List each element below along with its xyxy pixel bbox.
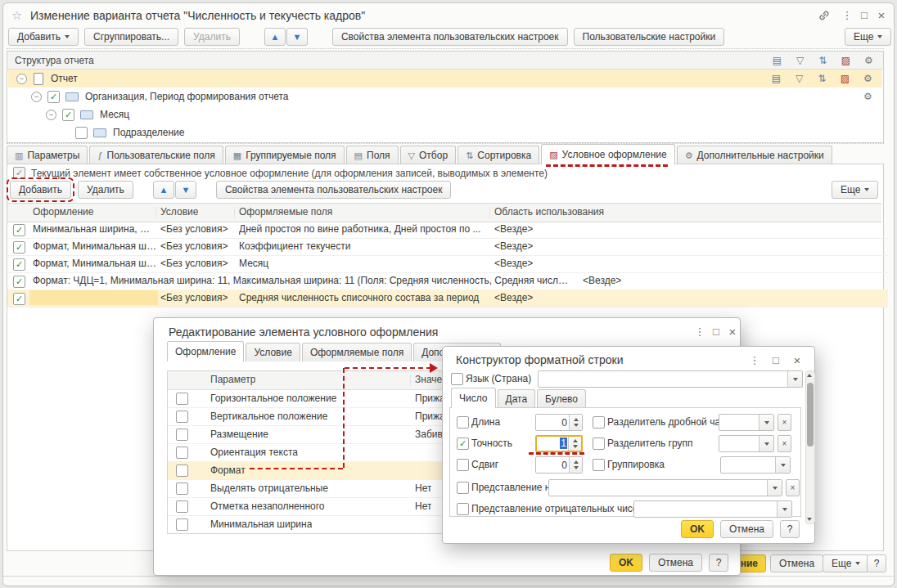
close-icon[interactable]: × <box>790 352 805 367</box>
column-header[interactable]: Оформляемые поля <box>239 206 332 218</box>
maximize-icon[interactable]: □ <box>769 352 783 367</box>
tab-number[interactable]: Число <box>451 388 496 408</box>
tab-filter[interactable]: ▽ Отбор <box>400 146 457 164</box>
dropdown-button[interactable] <box>775 457 790 473</box>
formatting-row-selected[interactable]: ✓ <Без условия> Средняя численность спис… <box>7 290 888 307</box>
more-button-conditional[interactable]: Еще <box>832 181 878 199</box>
user-settings-button[interactable]: Пользовательские настройки <box>574 28 725 46</box>
active-edit-cell[interactable] <box>29 290 158 305</box>
splitter[interactable] <box>7 143 884 144</box>
cancel-button[interactable]: Отмена <box>720 520 773 538</box>
move-down-button[interactable]: ▼ <box>175 181 196 199</box>
add-button[interactable]: Добавить <box>8 28 79 46</box>
tree-row-report[interactable]: − Отчет ▤ ▽ ⇅ ▨ ⚙ <box>8 70 882 88</box>
dropdown-button[interactable] <box>759 415 773 430</box>
language-input[interactable] <box>538 370 803 388</box>
more-button-main[interactable]: Еще <box>845 28 891 46</box>
language-checkbox[interactable]: ✓ <box>451 373 463 385</box>
tab-condition[interactable]: Условие <box>246 343 300 361</box>
dialog-scrollbar[interactable] <box>805 370 815 524</box>
dropdown-button[interactable] <box>767 480 782 496</box>
add-formatting-button[interactable]: Добавить <box>10 181 71 199</box>
dialog-menu-icon[interactable]: ⋮ <box>747 352 762 367</box>
formatting-row[interactable]: ✓ Формат, Минимальная ширина, Ма... <Без… <box>7 238 888 256</box>
scroll-up-icon[interactable] <box>807 374 812 377</box>
tab-date[interactable]: Дата <box>498 389 536 408</box>
tree-row-month[interactable]: − ✓ Месяц <box>8 105 882 123</box>
zero-representation-checkbox[interactable]: ✓ <box>457 482 469 494</box>
row-checkbox[interactable]: ✓ <box>13 276 25 288</box>
fraction-separator-input[interactable] <box>719 414 774 431</box>
delete-button[interactable]: Удалить <box>184 28 240 46</box>
shift-checkbox[interactable]: ✓ <box>457 459 469 471</box>
help-button-main[interactable]: ? <box>867 554 886 572</box>
close-icon[interactable]: × <box>725 324 740 339</box>
column-header[interactable]: Условие <box>160 206 198 218</box>
get-link-icon[interactable] <box>817 8 832 23</box>
param-checkbox[interactable]: ✓ <box>176 483 188 495</box>
length-checkbox[interactable]: ✓ <box>457 416 469 429</box>
move-down-button[interactable]: ▼ <box>286 28 308 46</box>
negative-representation-input[interactable] <box>633 500 792 518</box>
row-checkbox[interactable]: ✓ <box>13 224 25 236</box>
tab-user-fields[interactable]: ƒ Пользовательские поля <box>89 146 223 164</box>
cancel-button-main[interactable]: Отмена <box>770 554 823 572</box>
precision-spinner[interactable] <box>568 437 581 451</box>
param-checkbox[interactable]: ✓ <box>176 500 188 513</box>
conditional-appearance-icon[interactable]: ▨ <box>838 54 854 67</box>
scroll-down-icon[interactable] <box>807 518 812 521</box>
move-up-button[interactable]: ▲ <box>264 28 286 46</box>
tree-row-checkbox[interactable]: ✓ <box>47 91 60 103</box>
group-button[interactable]: Сгруппировать... <box>84 28 178 46</box>
param-checkbox[interactable]: ✓ <box>176 429 188 441</box>
dialog-menu-icon[interactable]: ⋮ <box>692 324 707 339</box>
group-separator-input[interactable] <box>719 435 774 452</box>
dropdown-button[interactable] <box>759 436 773 451</box>
zero-representation-input[interactable] <box>548 479 782 496</box>
shift-spinner[interactable] <box>569 457 582 473</box>
param-checkbox[interactable]: ✓ <box>176 447 188 459</box>
help-button[interactable]: ? <box>709 554 728 572</box>
favorite-star-icon[interactable]: ☆ <box>11 8 22 23</box>
settings-icon[interactable]: ⚙ <box>860 72 876 85</box>
dropdown-button[interactable] <box>777 501 791 517</box>
settings-icon[interactable]: ⚙ <box>860 90 876 103</box>
tab-conditional-appearance[interactable]: ▨ Условное оформление <box>541 144 675 164</box>
grouping-checkbox[interactable]: ✓ <box>593 459 605 471</box>
tree-row-grouping[interactable]: − ✓ Организация, Период формирования отч… <box>8 88 882 105</box>
tree-row-checkbox[interactable]: ✓ <box>75 127 88 139</box>
length-spinner[interactable] <box>569 415 582 430</box>
conditional-appearance-icon[interactable]: ▨ <box>837 72 853 85</box>
maximize-icon[interactable]: □ <box>857 7 872 22</box>
collapse-icon[interactable]: − <box>16 74 27 84</box>
row-checkbox[interactable]: ✓ <box>13 293 25 305</box>
clear-button[interactable]: × <box>778 435 791 452</box>
ok-button[interactable]: OK <box>681 520 714 538</box>
move-up-button[interactable]: ▲ <box>153 181 174 199</box>
formatting-row[interactable]: ✓ Формат: ЧДЦ=1, Минимальная ширина: 11,… <box>7 272 888 290</box>
scrollbar-thumb[interactable] <box>807 383 814 447</box>
sort-icon[interactable]: ⇅ <box>814 72 830 85</box>
fraction-separator-checkbox[interactable]: ✓ <box>593 416 605 429</box>
row-checkbox[interactable]: ✓ <box>13 258 25 271</box>
element-properties-button[interactable]: Свойства элемента пользовательских настр… <box>332 28 568 46</box>
tab-formatted-fields[interactable]: Оформляемые поля <box>302 343 412 361</box>
more-button-bottom[interactable]: Еще <box>823 554 869 572</box>
param-checkbox[interactable]: ✓ <box>176 465 188 477</box>
collapse-icon[interactable]: − <box>46 110 56 120</box>
element-properties-button[interactable]: Свойства элемента пользовательских настр… <box>216 181 452 199</box>
formatting-row[interactable]: ✓ Формат, Минимальная ширина, Ма... <Без… <box>7 255 888 273</box>
fields-icon[interactable]: ▤ <box>769 54 785 67</box>
help-button[interactable]: ? <box>780 520 800 538</box>
fields-icon[interactable]: ▤ <box>769 72 784 85</box>
tree-row-department[interactable]: ✓ Подразделение <box>8 123 882 141</box>
clear-button[interactable]: × <box>778 414 791 431</box>
clear-button[interactable]: × <box>786 479 800 496</box>
length-input[interactable]: 0 <box>535 414 583 431</box>
own-formatting-checkbox[interactable]: ✓ <box>13 167 25 179</box>
column-header[interactable]: Параметр <box>210 374 255 385</box>
splitter[interactable] <box>7 48 884 49</box>
collapse-icon[interactable]: − <box>31 92 42 102</box>
precision-checkbox[interactable]: ✓ <box>457 438 469 450</box>
delete-formatting-button[interactable]: Удалить <box>78 181 133 199</box>
